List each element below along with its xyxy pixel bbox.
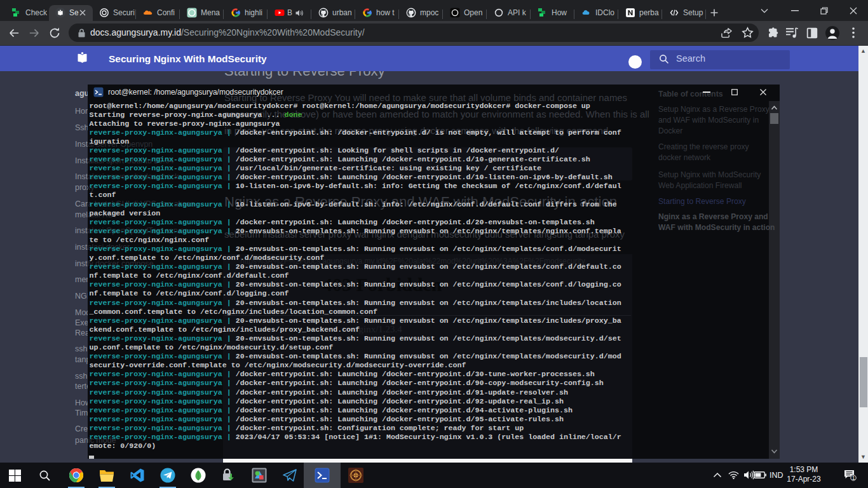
svg-text:1: 1 (852, 475, 855, 481)
